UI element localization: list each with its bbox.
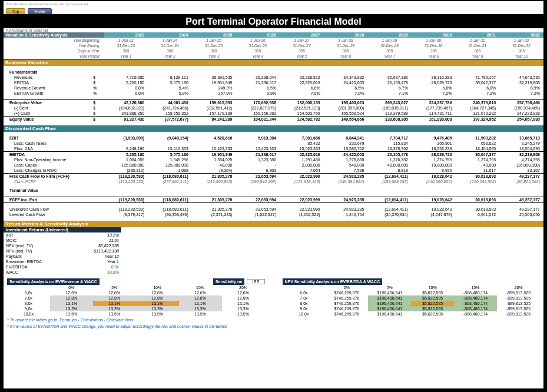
main-table: Valuation & Sensitivity Analysis 2023202… — [4, 32, 543, 227]
section-returns: Return Metrics & Sensitivity Analysis — [4, 221, 543, 227]
sens1-table: 0%5%10%15%20% 6,0x12,6%12,6%12,6%12,6%12… — [7, 285, 265, 317]
section-dcf: Discounted Cash Flow — [4, 125, 543, 132]
currency-note: All Amounts in USD ($) — [4, 28, 543, 32]
footnote-2: * If the values of EV/EBTIDA and WACC ch… — [4, 323, 543, 330]
section-business-valuation: Business Valuation — [4, 59, 543, 67]
sens1-metric[interactable]: IRR — [247, 279, 264, 284]
sens1-title: Sensitivity Analysis on EV/Revenue & WAC… — [7, 278, 100, 285]
section-valuation: Valuation & Sensitivity Analysis — [4, 32, 104, 38]
copyright: © Profit Vision Financial Services. All … — [4, 1, 543, 7]
sens2-title: NPV Sensitivity Analysis on EV/EBITDA & … — [283, 278, 383, 285]
metrics-table: Investment Returns (Unlevered) IRR13,1% … — [4, 227, 121, 275]
sens2-table: 0%5%10%15%20% 6,0x$746,259,876$196,406,6… — [283, 285, 541, 317]
page-title: Port Terminal Operator Financial Model — [4, 14, 543, 29]
footnote-1: * To update the tables go to: Formulas -… — [4, 317, 543, 323]
